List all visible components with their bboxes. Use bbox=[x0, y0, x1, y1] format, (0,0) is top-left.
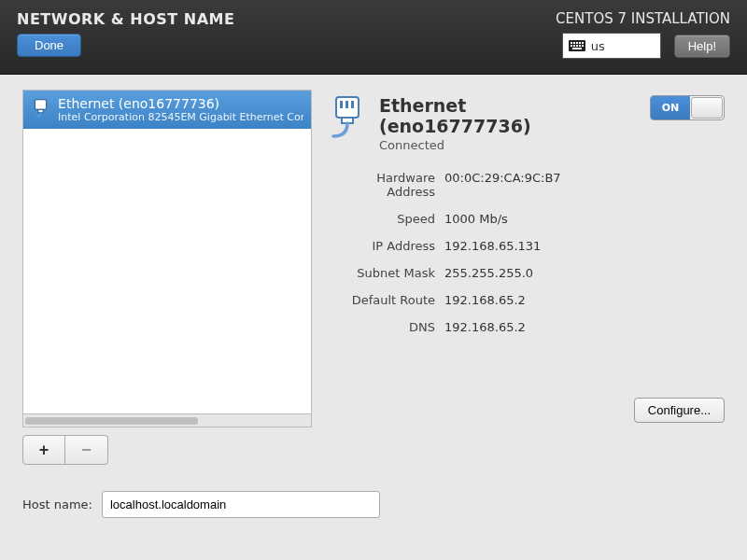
done-button[interactable]: Done bbox=[17, 34, 81, 57]
scrollbar-thumb[interactable] bbox=[25, 417, 198, 425]
configure-row: Configure... bbox=[325, 398, 725, 423]
toggle-on-label: ON bbox=[651, 96, 690, 119]
detail-value: 00:0C:29:CA:9C:B7 bbox=[444, 171, 725, 199]
svg-rect-13 bbox=[38, 109, 43, 113]
svg-rect-5 bbox=[582, 42, 584, 44]
hostname-label: Host name: bbox=[22, 497, 92, 511]
detail-value: 255.255.255.0 bbox=[444, 266, 725, 280]
help-button[interactable]: Help! bbox=[674, 35, 730, 58]
header-controls: us Help! bbox=[562, 33, 730, 59]
svg-rect-10 bbox=[582, 45, 584, 47]
svg-rect-17 bbox=[345, 101, 348, 108]
detail-value: 192.168.65.2 bbox=[444, 293, 725, 307]
detail-label: IP Address bbox=[325, 239, 435, 253]
svg-rect-4 bbox=[579, 42, 581, 44]
page-title: NETWORK & HOST NAME bbox=[17, 10, 234, 28]
svg-rect-12 bbox=[35, 100, 46, 110]
keyboard-layout-value: us bbox=[591, 39, 605, 53]
device-list[interactable]: Ethernet (eno16777736) Intel Corporation… bbox=[22, 90, 312, 414]
hostname-input[interactable] bbox=[102, 491, 380, 518]
svg-rect-7 bbox=[573, 45, 575, 47]
detail-header: Ethernet (eno16777736) Connected ON bbox=[325, 95, 725, 152]
device-list-item[interactable]: Ethernet (eno16777736) Intel Corporation… bbox=[23, 91, 311, 129]
header-left: NETWORK & HOST NAME Done bbox=[17, 7, 234, 74]
ethernet-plug-icon bbox=[325, 95, 370, 140]
device-detail-column: Ethernet (eno16777736) Connected ON Hard… bbox=[325, 90, 725, 465]
add-device-button[interactable]: + bbox=[22, 435, 65, 465]
detail-title: Ethernet (eno16777736) bbox=[379, 95, 622, 136]
configure-button[interactable]: Configure... bbox=[634, 398, 725, 423]
detail-label: Speed bbox=[325, 212, 435, 226]
detail-label: Subnet Mask bbox=[325, 266, 435, 280]
svg-rect-18 bbox=[351, 101, 354, 108]
svg-rect-8 bbox=[576, 45, 578, 47]
header: NETWORK & HOST NAME Done CENTOS 7 INSTAL… bbox=[0, 0, 747, 75]
svg-rect-6 bbox=[571, 45, 572, 47]
device-list-column: Ethernet (eno16777736) Intel Corporation… bbox=[22, 90, 312, 465]
connection-toggle[interactable]: ON bbox=[650, 95, 725, 120]
content-area: Ethernet (eno16777736) Intel Corporation… bbox=[0, 75, 747, 474]
horizontal-scrollbar[interactable] bbox=[22, 414, 312, 427]
remove-device-button[interactable]: − bbox=[65, 435, 108, 465]
device-description: Intel Corporation 82545EM Gigabit Ethern… bbox=[58, 111, 303, 123]
ethernet-plug-icon bbox=[31, 98, 50, 120]
svg-rect-2 bbox=[573, 42, 575, 44]
detail-label: Hardware Address bbox=[325, 171, 435, 199]
svg-rect-3 bbox=[576, 42, 578, 44]
detail-properties: Hardware Address 00:0C:29:CA:9C:B7 Speed… bbox=[325, 171, 725, 334]
svg-rect-16 bbox=[340, 101, 343, 108]
device-text: Ethernet (eno16777736) Intel Corporation… bbox=[58, 96, 303, 123]
detail-title-block: Ethernet (eno16777736) Connected bbox=[379, 95, 622, 152]
keyboard-icon bbox=[569, 40, 585, 51]
keyboard-layout-selector[interactable]: us bbox=[562, 33, 661, 59]
device-list-buttons: + − bbox=[22, 435, 312, 465]
svg-rect-11 bbox=[572, 48, 582, 49]
detail-value: 192.168.65.131 bbox=[444, 239, 725, 253]
detail-label: Default Route bbox=[325, 293, 435, 307]
svg-rect-1 bbox=[571, 42, 572, 44]
detail-status: Connected bbox=[379, 138, 622, 152]
hostname-row: Host name: bbox=[0, 474, 747, 535]
installer-label: CENTOS 7 INSTALLATION bbox=[556, 10, 730, 27]
device-name: Ethernet (eno16777736) bbox=[58, 96, 303, 111]
svg-rect-9 bbox=[579, 45, 581, 47]
detail-value: 1000 Mb/s bbox=[444, 212, 725, 226]
header-right: CENTOS 7 INSTALLATION us Help! bbox=[556, 7, 730, 74]
detail-label: DNS bbox=[325, 320, 435, 334]
detail-value: 192.168.65.2 bbox=[444, 320, 725, 334]
toggle-knob bbox=[691, 97, 723, 119]
